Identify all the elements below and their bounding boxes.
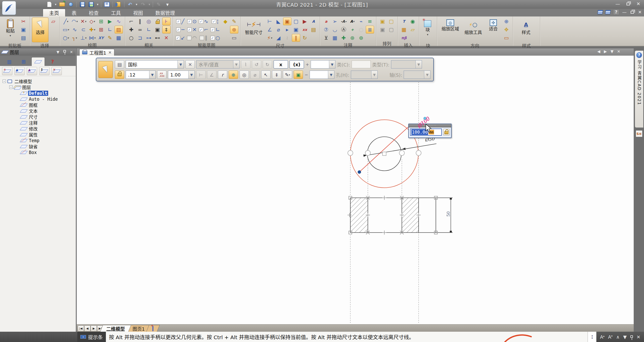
auto-dimension-box-icon[interactable]: ▢ — [292, 18, 300, 25]
panel-menu-icon[interactable]: ▼ — [56, 50, 60, 54]
equal-relation-icon[interactable]: = — [136, 26, 144, 33]
tree-item-缺省[interactable]: 缺省 — [2, 143, 76, 149]
hatch-icon[interactable]: ▨ — [115, 26, 123, 33]
delete-relationships-icon[interactable]: ✕ — [162, 34, 171, 42]
tab-layers[interactable] — [31, 57, 45, 66]
refresh-window-icon[interactable]: ▭ — [502, 34, 511, 42]
panel-pin-icon[interactable] — [62, 50, 67, 54]
leader-icon[interactable]: a — [322, 18, 330, 25]
angle-snap[interactable]: ✓↙ — [175, 34, 186, 42]
tangent-arc-icon[interactable]: ⊂ — [79, 26, 88, 33]
symmetric-dimension-icon[interactable]: ⌀ — [250, 71, 260, 79]
learning-help-tab[interactable]: ? 学习 青翼CAD 2021 — [635, 50, 643, 128]
tree-item-属性[interactable]: 属性 — [2, 132, 76, 138]
point-icon[interactable]: ▶ — [106, 18, 114, 25]
tree-item-尺寸[interactable]: 尺寸 — [2, 114, 76, 120]
minimize-document-icon[interactable]: — — [622, 10, 627, 15]
mirror-icon[interactable]: ⋈▾ — [88, 34, 97, 42]
surface-finish-icon[interactable]: ⊻ — [322, 34, 330, 42]
expand-toggle-icon[interactable]: + — [306, 62, 309, 67]
symmetric-diameter-icon[interactable]: ▣ — [283, 18, 291, 25]
select-button[interactable]: 选择 — [32, 18, 48, 42]
image-insert-icon[interactable]: ▦ — [400, 26, 408, 33]
curve-length-icon[interactable]: ≀ — [283, 34, 291, 42]
tree-item-文本[interactable]: 文本 — [2, 108, 76, 114]
tree-item-图框[interactable]: ╱图框 — [2, 102, 76, 108]
tab-select-sets[interactable]: ⊞ — [17, 57, 30, 66]
datum-frame-icon[interactable]: Ⓐ — [340, 26, 348, 33]
fit-button[interactable]: ✣适合 — [485, 18, 502, 42]
polygon-icon[interactable]: ◇▾ — [88, 18, 97, 25]
radius-dimension-icon[interactable]: r — [218, 71, 227, 79]
tangent-snap-checkbox[interactable]: ✓ — [210, 36, 215, 40]
ratio-combo[interactable]: 1.00▼ — [168, 71, 195, 79]
restore-document-icon[interactable] — [630, 10, 635, 15]
dimension-pointer-icon[interactable]: ↖ — [261, 71, 270, 79]
window-cascade-icon[interactable] — [597, 10, 603, 14]
tangent-relation-icon[interactable]: ○ — [127, 34, 135, 42]
dimension-style-icon[interactable]: A — [309, 18, 318, 25]
pin-prompt-icon[interactable] — [630, 334, 633, 340]
zoom-area-button[interactable]: ◎缩放区域 — [439, 18, 461, 42]
close-icon[interactable]: ✕ — [635, 1, 641, 6]
connector-icon[interactable]: ⌁ — [357, 18, 365, 25]
document-tab[interactable]: 工程图1 ✕ — [79, 49, 114, 56]
precision-combo[interactable]: .12▼ — [126, 71, 156, 79]
concentric-relation-icon[interactable]: ◎ — [145, 18, 153, 25]
new-layer-button[interactable]: ✳ — [2, 67, 12, 75]
bolt-circle-icon[interactable]: ◌ — [357, 26, 365, 33]
select-dimension-icon[interactable]: ▶ — [301, 18, 309, 25]
horizontal-vertical-snap[interactable]: ✓∟ — [210, 26, 221, 33]
copy-dimension-icon[interactable]: ▣ — [292, 26, 300, 33]
delete-dimension-icon[interactable]: ✕ — [185, 60, 195, 69]
drawing-canvas[interactable]: Ø50 — [77, 56, 634, 324]
pan-icon[interactable]: ✥ — [502, 26, 511, 33]
tree-item-图层[interactable]: −图层 — [2, 84, 76, 90]
perpendicular-relation-icon[interactable]: ∟ — [145, 26, 153, 33]
suffix-combo[interactable]: ▼ — [310, 71, 334, 79]
collapse-toggle-icon[interactable]: − — [304, 72, 308, 77]
arrow-annotation-icon[interactable]: ➢ — [331, 18, 339, 25]
gear-annotation-icon[interactable]: ⊚ — [357, 34, 365, 42]
restore-dimension-icon[interactable]: ↺ — [252, 60, 261, 69]
smart-dimension-button[interactable]: ⚡智能尺寸 — [243, 18, 265, 42]
chamfer-dimension-icon[interactable]: ◣ — [274, 18, 283, 25]
fill-icon[interactable]: ▩ — [115, 34, 123, 42]
extension-snap-checkbox[interactable]: ✓ — [199, 28, 203, 32]
ribbon-tab-检查[interactable]: 检查 — [83, 9, 105, 16]
shaft-combo[interactable]: ▼ — [404, 71, 430, 79]
fence-select-icon[interactable]: ▱ — [49, 18, 57, 25]
maintain-relationships-icon[interactable]: ⊦ — [162, 18, 171, 25]
endpoint-snap-checkbox[interactable]: ✓ — [176, 19, 181, 24]
line-icon[interactable]: ╱▾ — [62, 18, 70, 25]
midpoint-snap-checkbox[interactable]: ✓ — [176, 28, 181, 32]
tree-item-Box[interactable]: ╱Box — [2, 149, 76, 155]
rotate-dimension-icon[interactable]: ↻ — [263, 60, 272, 69]
x-value-button[interactable]: x — [274, 60, 288, 69]
previous-sheet-icon[interactable]: ◀ — [84, 326, 90, 331]
layer-order-button[interactable]: ↕ — [39, 67, 49, 75]
rigid-set-icon[interactable]: ▣ — [154, 26, 162, 33]
collapse-prompt-icon[interactable]: ∧ — [616, 334, 620, 340]
parallel-relation-icon[interactable]: ∥ — [136, 18, 144, 25]
ribbon-tab-数据管理[interactable]: 数据管理 — [149, 9, 181, 16]
panel-close-icon[interactable]: ✕ — [69, 50, 74, 54]
xy-key-in-icon[interactable]: XY — [97, 34, 105, 42]
parallel-snap[interactable]: ∥ — [198, 34, 209, 42]
auto-relate-icon[interactable]: ⊕ — [230, 26, 238, 33]
class-field[interactable] — [352, 61, 371, 68]
attach-leader-icon[interactable]: ⌇ — [241, 60, 250, 69]
fillet-icon[interactable]: ┐▾ — [71, 34, 79, 42]
extend-icon[interactable]: ⊥▾ — [79, 34, 88, 42]
curve-snap[interactable]: ✓∿ — [198, 18, 209, 25]
tree-item-二维模型[interactable]: −二维模型 — [2, 78, 76, 84]
dimension-layout-icon[interactable]: ▤ — [309, 26, 318, 33]
symbol-box-icon[interactable]: ▦ — [331, 34, 339, 42]
diameter-dimension-icon[interactable]: ⊕ — [229, 71, 238, 79]
ribbon-tab-工具[interactable]: 工具 — [105, 9, 127, 16]
close-view-icon[interactable]: ✕ — [617, 49, 620, 54]
lock-dimension-icon[interactable] — [115, 71, 124, 79]
corner-dimension-icon[interactable]: ◢ — [274, 34, 283, 42]
tab-library[interactable]: ▥ — [3, 57, 16, 66]
intersection-snap-checkbox[interactable]: ✓ — [187, 28, 192, 32]
